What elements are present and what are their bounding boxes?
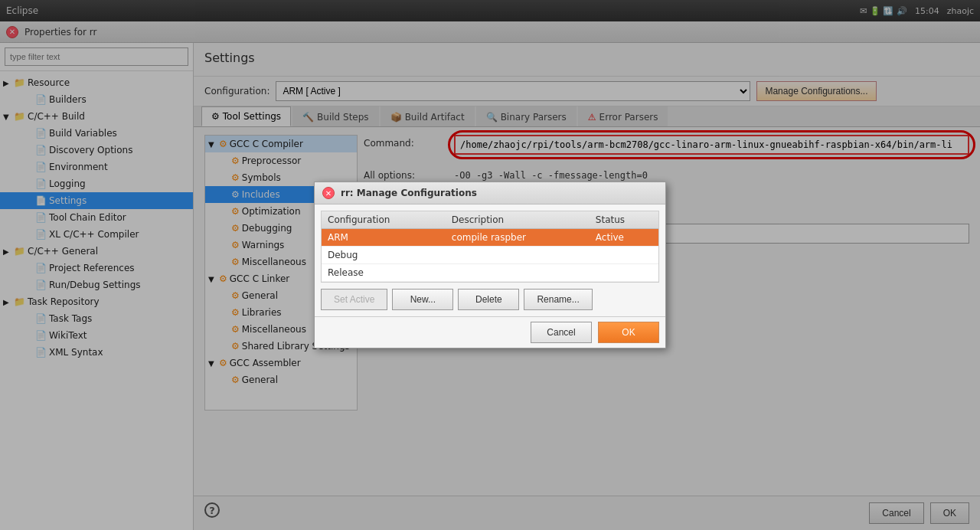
modal-overlay: ✕ rr: Manage Configurations Configuratio…: [0, 0, 980, 21]
